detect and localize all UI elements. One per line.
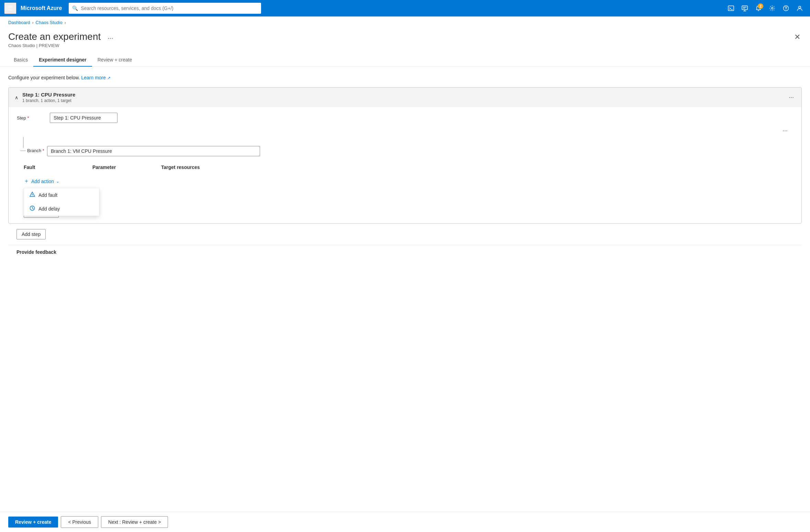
- breadcrumb-dashboard[interactable]: Dashboard: [8, 20, 30, 25]
- brand-name: Microsoft Azure: [21, 5, 62, 11]
- branch-label: Branch *: [26, 148, 44, 153]
- settings-button[interactable]: [766, 2, 778, 14]
- terminal-icon-button[interactable]: [725, 2, 737, 14]
- branch-input-col: [47, 137, 793, 156]
- svg-point-10: [799, 6, 801, 8]
- step-collapse-button[interactable]: ∧: [14, 94, 19, 101]
- feedback-icon-button[interactable]: [739, 2, 751, 14]
- step-card: ∧ Step 1: CPU Pressure 1 branch, 1 actio…: [8, 87, 802, 224]
- breadcrumb-chaos-studio[interactable]: Chaos Studio: [36, 20, 63, 25]
- page-subtitle: Chaos Studio | PREVIEW: [8, 43, 101, 48]
- add-action-section: ＋ Add action ⌄: [24, 176, 793, 187]
- add-branch-section: Add branch: [24, 207, 793, 218]
- page-wrapper: Dashboard › Chaos Studio › Create an exp…: [0, 16, 810, 532]
- page-header-text: Create an experiment Chaos Studio | PREV…: [8, 31, 101, 48]
- step-input-row: Step *: [17, 113, 793, 123]
- page-ellipsis-button[interactable]: ···: [105, 33, 116, 43]
- branch-more-button[interactable]: ···: [783, 127, 788, 134]
- add-fault-label: Add fault: [38, 192, 57, 198]
- plus-icon: ＋: [24, 178, 29, 185]
- previous-button[interactable]: < Previous: [61, 516, 98, 528]
- svg-point-9: [786, 10, 786, 10]
- fault-col-header: Fault: [24, 165, 92, 170]
- step-input-col: [50, 113, 793, 123]
- branch-name-input[interactable]: [47, 146, 260, 156]
- branch-connector: Branch *: [20, 137, 47, 153]
- help-button[interactable]: [780, 2, 792, 14]
- target-col-header: Target resources: [161, 165, 230, 170]
- tab-experiment-designer[interactable]: Experiment designer: [33, 54, 92, 67]
- page-header-left: Create an experiment Chaos Studio | PREV…: [8, 31, 116, 48]
- branch-label-row: Branch *: [20, 148, 47, 153]
- breadcrumb-separator-2: ›: [65, 20, 66, 25]
- close-button[interactable]: ✕: [793, 31, 802, 43]
- learn-more-link[interactable]: Learn more ↗: [81, 75, 110, 80]
- breadcrumb-separator-1: ›: [32, 20, 34, 25]
- step-title: Step 1: CPU Pressure: [22, 92, 75, 98]
- review-create-button[interactable]: Review + create: [8, 517, 58, 528]
- page-title: Create an experiment: [8, 31, 101, 42]
- add-action-button[interactable]: ＋ Add action ⌄: [24, 176, 59, 187]
- parameter-col-header: Parameter: [92, 165, 161, 170]
- external-link-icon: ↗: [107, 76, 111, 80]
- tab-basics[interactable]: Basics: [8, 54, 33, 67]
- add-step-button[interactable]: Add step: [16, 229, 46, 239]
- breadcrumb: Dashboard › Chaos Studio ›: [0, 16, 810, 29]
- more-options-row: ···: [17, 127, 793, 134]
- tabs: Basics Experiment designer Review + crea…: [0, 54, 810, 67]
- step-header-left: ∧ Step 1: CPU Pressure 1 branch, 1 actio…: [14, 92, 75, 103]
- add-delay-label: Add delay: [38, 206, 60, 212]
- next-button[interactable]: Next : Review + create >: [101, 516, 168, 528]
- fault-table-header: Fault Parameter Target resources: [24, 162, 793, 173]
- step-header-info: Step 1: CPU Pressure 1 branch, 1 action,…: [22, 92, 75, 103]
- bottom-actions: Add step: [8, 229, 802, 245]
- page-header: Create an experiment Chaos Studio | PREV…: [0, 29, 810, 54]
- svg-point-13: [32, 195, 32, 196]
- main-content: Configure your experiment below. Learn m…: [0, 67, 810, 267]
- branch-section: Branch *: [17, 137, 793, 156]
- provide-feedback: Provide feedback: [8, 245, 802, 259]
- svg-rect-0: [728, 6, 734, 11]
- content-area: Dashboard › Chaos Studio › Create an exp…: [0, 16, 810, 512]
- chevron-down-icon: ⌄: [56, 179, 59, 184]
- step-more-button[interactable]: ···: [787, 93, 796, 102]
- add-action-dropdown: Add fault Add delay: [24, 188, 99, 216]
- horizontal-stub: [20, 150, 26, 151]
- add-fault-item[interactable]: Add fault: [24, 188, 99, 202]
- add-delay-item[interactable]: Add delay: [24, 202, 99, 216]
- search-icon: 🔍: [72, 5, 78, 11]
- profile-button[interactable]: [794, 2, 806, 14]
- top-navigation: ☰ Microsoft Azure 🔍: [0, 0, 810, 16]
- feedback-icon: [742, 5, 748, 11]
- notifications-button[interactable]: 2: [752, 2, 765, 14]
- help-icon: [783, 5, 789, 11]
- step-name-input[interactable]: [50, 113, 117, 123]
- page-footer: Review + create < Previous Next : Review…: [0, 512, 810, 532]
- step-header: ∧ Step 1: CPU Pressure 1 branch, 1 actio…: [9, 88, 801, 107]
- search-bar: 🔍: [69, 3, 261, 14]
- vertical-line: [23, 137, 24, 148]
- step-label: Step *: [17, 113, 44, 121]
- settings-icon: [769, 5, 775, 11]
- config-description: Configure your experiment below. Learn m…: [8, 75, 802, 80]
- step-body: Step * ···: [9, 107, 801, 223]
- step-meta: 1 branch, 1 action, 1 target: [22, 98, 75, 103]
- svg-rect-2: [742, 6, 747, 10]
- search-input[interactable]: [81, 5, 258, 11]
- svg-point-7: [772, 8, 773, 9]
- tab-review-create[interactable]: Review + create: [92, 54, 138, 67]
- fault-icon: [30, 192, 35, 199]
- nav-icons: 2: [725, 2, 806, 14]
- delay-icon: [30, 205, 35, 212]
- terminal-icon: [728, 5, 734, 11]
- profile-icon: [797, 5, 803, 11]
- notifications-badge: 2: [758, 3, 763, 9]
- hamburger-menu[interactable]: ☰: [4, 2, 16, 14]
